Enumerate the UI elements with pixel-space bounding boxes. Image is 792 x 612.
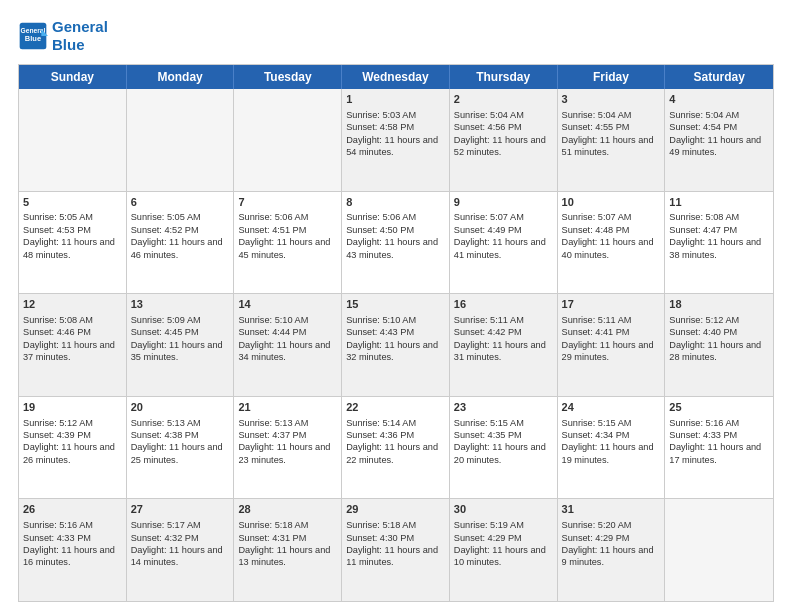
calendar-cell-4-5: 31Sunrise: 5:20 AMSunset: 4:29 PMDayligh…: [558, 499, 666, 601]
daylight-text: Daylight: 11 hours and 9 minutes.: [562, 545, 654, 567]
calendar-cell-2-6: 18Sunrise: 5:12 AMSunset: 4:40 PMDayligh…: [665, 294, 773, 396]
calendar-cell-1-4: 9Sunrise: 5:07 AMSunset: 4:49 PMDaylight…: [450, 192, 558, 294]
calendar-row-1: 5Sunrise: 5:05 AMSunset: 4:53 PMDaylight…: [19, 191, 773, 294]
sunrise-text: Sunrise: 5:18 AM: [238, 520, 308, 530]
calendar-cell-3-3: 22Sunrise: 5:14 AMSunset: 4:36 PMDayligh…: [342, 397, 450, 499]
sunrise-text: Sunrise: 5:13 AM: [238, 418, 308, 428]
sunrise-text: Sunrise: 5:10 AM: [346, 315, 416, 325]
daylight-text: Daylight: 11 hours and 41 minutes.: [454, 237, 546, 259]
day-number: 18: [669, 297, 769, 312]
calendar-body: 1Sunrise: 5:03 AMSunset: 4:58 PMDaylight…: [19, 89, 773, 601]
sunrise-text: Sunrise: 5:03 AM: [346, 110, 416, 120]
sunset-text: Sunset: 4:51 PM: [238, 225, 306, 235]
daylight-text: Daylight: 11 hours and 49 minutes.: [669, 135, 761, 157]
day-number: 23: [454, 400, 553, 415]
calendar-cell-4-2: 28Sunrise: 5:18 AMSunset: 4:31 PMDayligh…: [234, 499, 342, 601]
daylight-text: Daylight: 11 hours and 28 minutes.: [669, 340, 761, 362]
sunrise-text: Sunrise: 5:04 AM: [562, 110, 632, 120]
sunrise-text: Sunrise: 5:09 AM: [131, 315, 201, 325]
sunset-text: Sunset: 4:42 PM: [454, 327, 522, 337]
daylight-text: Daylight: 11 hours and 34 minutes.: [238, 340, 330, 362]
day-number: 4: [669, 92, 769, 107]
header: General Blue General Blue: [18, 18, 774, 54]
sunset-text: Sunset: 4:36 PM: [346, 430, 414, 440]
calendar-cell-2-5: 17Sunrise: 5:11 AMSunset: 4:41 PMDayligh…: [558, 294, 666, 396]
daylight-text: Daylight: 11 hours and 22 minutes.: [346, 442, 438, 464]
sunset-text: Sunset: 4:41 PM: [562, 327, 630, 337]
daylight-text: Daylight: 11 hours and 23 minutes.: [238, 442, 330, 464]
sunrise-text: Sunrise: 5:12 AM: [23, 418, 93, 428]
sunset-text: Sunset: 4:54 PM: [669, 122, 737, 132]
sunrise-text: Sunrise: 5:10 AM: [238, 315, 308, 325]
daylight-text: Daylight: 11 hours and 32 minutes.: [346, 340, 438, 362]
daylight-text: Daylight: 11 hours and 16 minutes.: [23, 545, 115, 567]
calendar-cell-0-1: [127, 89, 235, 191]
sunset-text: Sunset: 4:44 PM: [238, 327, 306, 337]
sunrise-text: Sunrise: 5:14 AM: [346, 418, 416, 428]
sunrise-text: Sunrise: 5:16 AM: [669, 418, 739, 428]
calendar-cell-2-2: 14Sunrise: 5:10 AMSunset: 4:44 PMDayligh…: [234, 294, 342, 396]
calendar-cell-4-4: 30Sunrise: 5:19 AMSunset: 4:29 PMDayligh…: [450, 499, 558, 601]
calendar-cell-2-3: 15Sunrise: 5:10 AMSunset: 4:43 PMDayligh…: [342, 294, 450, 396]
page: General Blue General Blue SundayMondayTu…: [0, 0, 792, 612]
day-number: 5: [23, 195, 122, 210]
day-number: 19: [23, 400, 122, 415]
day-number: 29: [346, 502, 445, 517]
sunset-text: Sunset: 4:30 PM: [346, 533, 414, 543]
day-number: 7: [238, 195, 337, 210]
day-number: 1: [346, 92, 445, 107]
sunset-text: Sunset: 4:48 PM: [562, 225, 630, 235]
calendar-cell-0-4: 2Sunrise: 5:04 AMSunset: 4:56 PMDaylight…: [450, 89, 558, 191]
weekday-header-thursday: Thursday: [450, 65, 558, 89]
calendar-cell-3-5: 24Sunrise: 5:15 AMSunset: 4:34 PMDayligh…: [558, 397, 666, 499]
sunset-text: Sunset: 4:53 PM: [23, 225, 91, 235]
calendar-cell-4-3: 29Sunrise: 5:18 AMSunset: 4:30 PMDayligh…: [342, 499, 450, 601]
calendar-row-4: 26Sunrise: 5:16 AMSunset: 4:33 PMDayligh…: [19, 498, 773, 601]
calendar-cell-1-3: 8Sunrise: 5:06 AMSunset: 4:50 PMDaylight…: [342, 192, 450, 294]
calendar-cell-0-5: 3Sunrise: 5:04 AMSunset: 4:55 PMDaylight…: [558, 89, 666, 191]
calendar-cell-0-0: [19, 89, 127, 191]
day-number: 17: [562, 297, 661, 312]
day-number: 15: [346, 297, 445, 312]
sunset-text: Sunset: 4:32 PM: [131, 533, 199, 543]
calendar-cell-3-4: 23Sunrise: 5:15 AMSunset: 4:35 PMDayligh…: [450, 397, 558, 499]
calendar-cell-3-1: 20Sunrise: 5:13 AMSunset: 4:38 PMDayligh…: [127, 397, 235, 499]
daylight-text: Daylight: 11 hours and 46 minutes.: [131, 237, 223, 259]
sunset-text: Sunset: 4:33 PM: [669, 430, 737, 440]
day-number: 3: [562, 92, 661, 107]
sunset-text: Sunset: 4:58 PM: [346, 122, 414, 132]
sunrise-text: Sunrise: 5:13 AM: [131, 418, 201, 428]
calendar-cell-4-0: 26Sunrise: 5:16 AMSunset: 4:33 PMDayligh…: [19, 499, 127, 601]
calendar-cell-4-6: [665, 499, 773, 601]
daylight-text: Daylight: 11 hours and 31 minutes.: [454, 340, 546, 362]
sunset-text: Sunset: 4:39 PM: [23, 430, 91, 440]
calendar-cell-2-4: 16Sunrise: 5:11 AMSunset: 4:42 PMDayligh…: [450, 294, 558, 396]
weekday-header-wednesday: Wednesday: [342, 65, 450, 89]
sunrise-text: Sunrise: 5:05 AM: [131, 212, 201, 222]
daylight-text: Daylight: 11 hours and 10 minutes.: [454, 545, 546, 567]
daylight-text: Daylight: 11 hours and 54 minutes.: [346, 135, 438, 157]
sunset-text: Sunset: 4:43 PM: [346, 327, 414, 337]
logo-general: General: [52, 18, 108, 35]
daylight-text: Daylight: 11 hours and 20 minutes.: [454, 442, 546, 464]
sunset-text: Sunset: 4:29 PM: [454, 533, 522, 543]
weekday-header-saturday: Saturday: [665, 65, 773, 89]
sunrise-text: Sunrise: 5:08 AM: [669, 212, 739, 222]
sunset-text: Sunset: 4:47 PM: [669, 225, 737, 235]
sunrise-text: Sunrise: 5:18 AM: [346, 520, 416, 530]
logo-text: General Blue: [52, 18, 108, 54]
day-number: 6: [131, 195, 230, 210]
sunset-text: Sunset: 4:35 PM: [454, 430, 522, 440]
calendar-cell-3-2: 21Sunrise: 5:13 AMSunset: 4:37 PMDayligh…: [234, 397, 342, 499]
sunrise-text: Sunrise: 5:06 AM: [346, 212, 416, 222]
calendar-cell-0-2: [234, 89, 342, 191]
daylight-text: Daylight: 11 hours and 52 minutes.: [454, 135, 546, 157]
sunrise-text: Sunrise: 5:05 AM: [23, 212, 93, 222]
day-number: 31: [562, 502, 661, 517]
sunrise-text: Sunrise: 5:15 AM: [454, 418, 524, 428]
day-number: 12: [23, 297, 122, 312]
sunset-text: Sunset: 4:31 PM: [238, 533, 306, 543]
sunrise-text: Sunrise: 5:11 AM: [454, 315, 524, 325]
weekday-header-tuesday: Tuesday: [234, 65, 342, 89]
day-number: 26: [23, 502, 122, 517]
